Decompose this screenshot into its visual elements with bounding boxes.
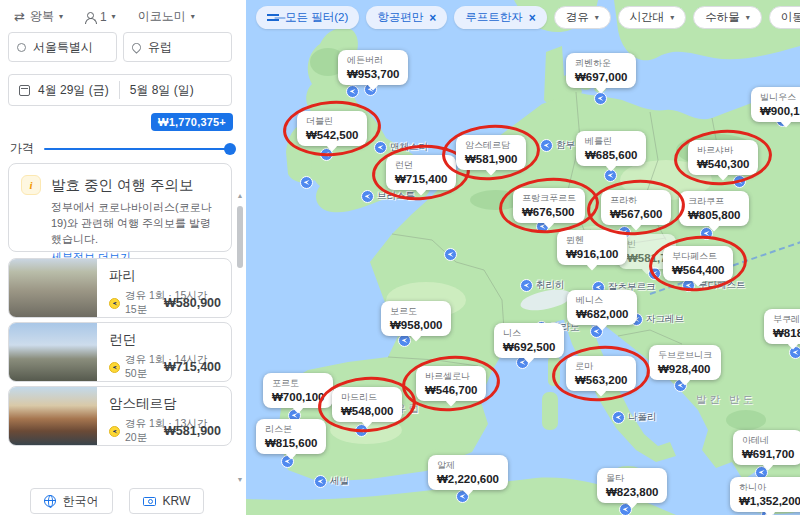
origin-destination-row: 서울특별시 유럽 xyxy=(8,32,232,62)
map-price-card[interactable]: 보르도₩958,000 xyxy=(381,301,451,336)
map-price-card[interactable]: 바르셀로나₩546,700 xyxy=(416,366,486,401)
origin-circle-icon xyxy=(17,43,26,52)
max-price-badge: ₩1,770,375+ xyxy=(151,113,233,131)
price-slider-knob[interactable] xyxy=(224,143,236,155)
advisory-body: 정부에서 코로나바이러스(코로나19)와 관련해 여행 주의보를 발령했습니다. xyxy=(51,200,219,248)
passenger-count-dropdown[interactable]: 1 ▾ xyxy=(81,8,120,26)
price-slider-row: 가격 xyxy=(10,140,234,157)
filter-chip-stops[interactable]: 경유▾ xyxy=(554,6,611,29)
filter-chip-times[interactable]: 시간대▾ xyxy=(618,6,687,29)
airport-marker-icon[interactable] xyxy=(346,85,359,98)
map-place-label: 나폴리 xyxy=(612,411,657,424)
close-icon[interactable]: × xyxy=(429,11,436,25)
map-price-card[interactable]: 부다페스트₩564,400 xyxy=(663,246,733,281)
map-price-card[interactable]: 마드리드₩548,000 xyxy=(332,387,402,422)
airport-marker-icon[interactable] xyxy=(300,176,313,189)
map-price-card[interactable]: 로마₩563,200 xyxy=(566,356,636,391)
map-price-card[interactable]: 리스본₩815,600 xyxy=(256,419,326,454)
map-price-card[interactable]: 암스테르담₩581,900 xyxy=(456,135,526,170)
cabin-class-dropdown[interactable]: 이코노미 ▾ xyxy=(134,6,199,27)
scrollbar-thumb[interactable] xyxy=(237,206,243,268)
city-photo xyxy=(9,259,97,317)
destination-card-london[interactable]: 런던 경유 1회 · 14시간 50분 ₩715,400 xyxy=(8,322,232,382)
all-filters-chip[interactable]: 모든 필터(2) xyxy=(256,6,359,29)
airline-logo-icon xyxy=(109,298,120,309)
map-price-card[interactable]: 프랑크푸르트₩676,500 xyxy=(513,188,585,223)
map-price-card[interactable]: 아테네₩691,700 xyxy=(733,430,800,465)
filter-chip-lufthansa[interactable]: 루프트한자× xyxy=(454,6,547,29)
price-slider-label: 가격 xyxy=(10,140,34,157)
map-price-card[interactable]: 크라쿠프₩805,800 xyxy=(679,191,749,226)
airport-marker-icon[interactable] xyxy=(444,248,457,261)
currency-button[interactable]: KRW xyxy=(129,488,205,514)
return-date[interactable]: 5월 8일 (일) xyxy=(130,82,194,99)
chevron-down-icon: ▾ xyxy=(670,13,674,22)
map-price-card[interactable]: 몰타₩823,800 xyxy=(597,468,667,503)
price-slider[interactable] xyxy=(44,148,234,150)
airline-logo-icon xyxy=(109,426,120,437)
origin-field[interactable]: 서울특별시 xyxy=(8,32,117,62)
date-range-field[interactable]: 4월 29일 (금) 5월 8일 (일) xyxy=(8,74,232,106)
round-trip-icon: ⇄ xyxy=(14,9,25,24)
scroll-up-arrow[interactable]: ▲ xyxy=(236,192,244,200)
map-price-card[interactable]: 뮌헨₩916,100 xyxy=(557,230,627,265)
chevron-down-icon: ▾ xyxy=(59,12,63,21)
map-price-card[interactable]: 빌니우스₩900,100 xyxy=(751,87,800,122)
map-price-card[interactable]: 쾨벤하운₩697,000 xyxy=(566,53,636,88)
destination-card-amsterdam[interactable]: 암스테르담 경유 1회 · 13시간 20분 ₩581,900 xyxy=(8,386,232,446)
map-price-card[interactable]: 에든버러₩953,700 xyxy=(338,50,408,85)
map-place-label: 취리히 xyxy=(520,279,565,292)
panel-scrollbar[interactable]: ▲ ▼ xyxy=(236,192,244,484)
airport-marker-icon[interactable] xyxy=(314,475,327,488)
map-place-label: 세빌 xyxy=(314,475,349,488)
tune-icon xyxy=(267,13,279,23)
chevron-down-icon: ▾ xyxy=(191,12,195,21)
trip-type-dropdown[interactable]: ⇄ 왕복 ▾ xyxy=(10,6,67,27)
map-price-card[interactable]: 알제₩2,220,600 xyxy=(428,455,508,490)
travel-advisory-card: i 발효 중인 여행 주의보 정부에서 코로나바이러스(코로나19)와 관련해 … xyxy=(8,163,232,252)
airport-marker-icon[interactable] xyxy=(540,139,553,152)
calendar-icon xyxy=(19,85,30,96)
trip-options-bar: ⇄ 왕복 ▾ 1 ▾ 이코노미 ▾ xyxy=(10,6,199,27)
search-side-panel: ⇄ 왕복 ▾ 1 ▾ 이코노미 ▾ 서울특별시 유럽 xyxy=(0,0,246,515)
map-price-card[interactable]: 베니스₩682,000 xyxy=(567,290,637,325)
filter-chip-bags[interactable]: 수하물▾ xyxy=(693,6,762,29)
destination-field[interactable]: 유럽 xyxy=(123,32,232,62)
depart-date[interactable]: 4월 29일 (금) xyxy=(38,82,109,99)
destination-card-paris[interactable]: 파리 경유 1회 · 15시간 15분 ₩580,900 xyxy=(8,258,232,318)
footer-buttons: 한국어 KRW xyxy=(0,488,234,514)
advisory-title: 발효 중인 여행 주의보 xyxy=(51,175,194,195)
filter-chip-bar: 모든 필터(2) 항공편만× 루프트한자× 경유▾ 시간대▾ 수하물▾ 이동 시… xyxy=(256,6,800,29)
map-price-card[interactable]: 베를린₩685,600 xyxy=(576,131,646,166)
map-price-card[interactable]: 바르샤바₩540,300 xyxy=(688,140,758,175)
filter-chip-duration[interactable]: 이동 시간▾ xyxy=(769,6,800,29)
globe-icon xyxy=(44,495,56,507)
city-photo xyxy=(9,323,97,381)
close-icon[interactable]: × xyxy=(529,11,536,25)
map-price-card[interactable]: 두브로브니크₩928,400 xyxy=(649,345,721,380)
map-canvas[interactable]: 유럽 발칸 반도 맨체스터 브리스틀 함부 취리히 밀라노 잘츠부르크 부다페스… xyxy=(246,0,800,515)
map-place-label: 자그레브 xyxy=(630,313,684,326)
region-label: 발칸 반도 xyxy=(696,393,756,407)
language-button[interactable]: 한국어 xyxy=(30,488,113,514)
chevron-down-icon: ▾ xyxy=(595,13,599,22)
map-price-card[interactable]: 더블린₩542,500 xyxy=(297,111,367,146)
airport-marker-icon[interactable] xyxy=(733,175,746,188)
airport-marker-icon[interactable] xyxy=(520,279,533,292)
map-price-card[interactable]: 런던₩715,400 xyxy=(386,155,456,190)
scroll-down-arrow[interactable]: ▼ xyxy=(236,476,244,484)
map-price-card[interactable]: 포르토₩700,100 xyxy=(263,373,333,408)
banknote-icon xyxy=(143,497,156,506)
airport-marker-icon[interactable] xyxy=(374,141,387,154)
person-icon xyxy=(85,12,95,22)
airport-marker-icon[interactable] xyxy=(612,411,625,424)
map-price-card[interactable]: 하니아₩1,352,200 xyxy=(730,477,800,512)
chevron-down-icon: ▾ xyxy=(112,12,116,21)
filter-chip-flights-only[interactable]: 항공편만× xyxy=(366,6,447,29)
map-price-card[interactable]: 니스₩692,500 xyxy=(494,323,564,358)
location-pin-icon xyxy=(130,41,143,54)
map-price-card[interactable]: 부쿠레슈₩818,3 xyxy=(764,309,800,344)
airport-marker-icon[interactable] xyxy=(361,190,374,203)
map-price-card[interactable]: 프라하₩567,600 xyxy=(601,190,671,225)
city-photo xyxy=(9,387,97,445)
